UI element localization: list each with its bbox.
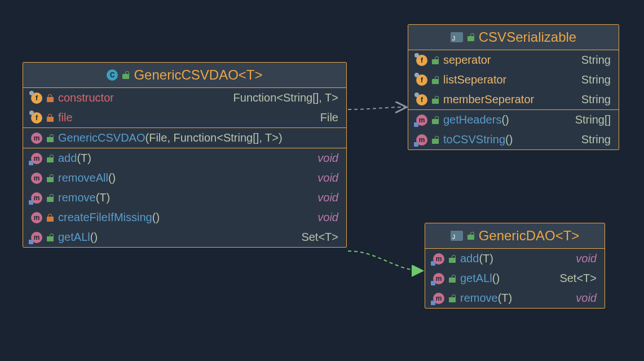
method-name: removeAll() (58, 171, 116, 184)
method-name: getALl() (460, 272, 500, 285)
methods-section: m add(T) void m removeAll() void m remov… (23, 148, 346, 247)
field-type: String (581, 54, 611, 67)
fields-section: f constructor Function<String[], T> f fi… (23, 88, 346, 128)
method-name: toCSVString() (443, 133, 513, 146)
method-name: getALl() (58, 231, 98, 244)
field-name: seperator (443, 54, 491, 67)
methods-section: m add(T) void m getALl() Set<T> m remove… (425, 249, 605, 308)
constructors-section: m GenericCSVDAO(File, Function<String[],… (23, 128, 346, 148)
method-icon: m (31, 153, 42, 164)
lock-icon (47, 174, 54, 182)
implements-arrow (348, 251, 423, 271)
lock-icon (432, 76, 439, 84)
lock-icon (467, 232, 474, 240)
interface-icon: J (451, 231, 463, 241)
lock-icon (467, 33, 474, 41)
field-row: f seperator String (408, 50, 619, 70)
method-icon: m (31, 133, 42, 144)
method-icon: m (416, 115, 427, 126)
method-name: getHeaders() (443, 113, 509, 126)
field-type: Function<String[], T> (233, 91, 338, 104)
method-return: Set<T> (559, 272, 597, 285)
method-icon: m (31, 212, 42, 223)
method-return: Set<T> (301, 231, 338, 244)
method-return: void (317, 152, 338, 165)
field-icon: f (416, 74, 427, 86)
class-header: C GenericCSVDAO<T> (23, 63, 346, 88)
lock-icon (432, 116, 439, 124)
method-icon: m (31, 192, 42, 204)
method-return: void (317, 211, 338, 224)
method-name: remove(T) (58, 191, 110, 204)
lock-icon (47, 194, 54, 202)
lock-icon (47, 94, 54, 102)
class-icon: C (107, 69, 118, 81)
field-row: f memberSeperator String (408, 90, 619, 109)
method-row: m getALl() Set<T> (425, 268, 605, 288)
lock-icon (432, 136, 439, 144)
field-row: f listSeperator String (408, 70, 619, 90)
method-return: String (581, 133, 611, 146)
field-name: file (58, 111, 73, 124)
lock-icon (47, 214, 54, 222)
method-return: void (317, 191, 338, 204)
method-name: remove(T) (460, 292, 512, 305)
class-title: GenericCSVDAO<T> (134, 67, 262, 83)
method-icon: m (433, 253, 444, 265)
lock-icon (449, 275, 456, 283)
field-type: String (581, 93, 611, 106)
constructor-row: m GenericCSVDAO(File, Function<String[],… (23, 128, 346, 148)
lock-icon (47, 134, 54, 142)
method-icon: m (416, 134, 427, 146)
field-icon: f (31, 93, 42, 104)
field-row: f file File (23, 108, 346, 127)
fields-section: f seperator String f listSeperator Strin… (408, 50, 619, 110)
class-header: J GenericDAO<T> (425, 223, 605, 249)
method-return: void (317, 171, 338, 184)
lock-icon (432, 56, 439, 64)
lock-icon (47, 114, 54, 122)
field-type: String (581, 73, 611, 86)
method-row: m removeAll() void (23, 168, 346, 188)
method-row: m getALl() Set<T> (23, 227, 346, 247)
method-row: m remove(T) void (425, 288, 605, 308)
field-icon: f (416, 94, 427, 105)
method-name: createFileIfMissing() (58, 211, 160, 224)
field-name: memberSeperator (443, 93, 534, 106)
method-icon: m (31, 173, 42, 184)
method-icon: m (433, 293, 444, 304)
class-header: J CSVSerializable (408, 25, 619, 50)
field-row: f constructor Function<String[], T> (23, 88, 346, 108)
lock-icon (122, 71, 129, 79)
methods-section: m getHeaders() String[] m toCSVString() … (408, 110, 619, 149)
method-return: void (576, 252, 597, 265)
lock-icon (47, 234, 54, 241)
method-row: m add(T) void (23, 148, 346, 168)
field-icon: f (416, 55, 427, 66)
method-row: m getHeaders() String[] (408, 110, 619, 130)
method-name: add(T) (460, 252, 493, 265)
class-generic-dao: J GenericDAO<T> m add(T) void m getALl()… (425, 223, 605, 309)
lock-icon (432, 96, 439, 104)
method-row: m createFileIfMissing() void (23, 208, 346, 227)
field-name: constructor (58, 91, 114, 104)
method-icon: m (31, 232, 42, 243)
method-return: void (576, 292, 597, 305)
field-type: File (320, 111, 338, 124)
uses-arrow (348, 107, 407, 109)
method-row: m remove(T) void (23, 188, 346, 208)
class-title: GenericDAO<T> (479, 228, 580, 244)
field-name: listSeperator (443, 73, 506, 86)
method-icon: m (433, 273, 444, 284)
interface-icon: J (451, 32, 463, 42)
class-generic-csv-dao: C GenericCSVDAO<T> f constructor Functio… (23, 62, 347, 248)
class-csv-serializable: J CSVSerializable f seperator String f l… (408, 24, 619, 150)
lock-icon (47, 155, 54, 162)
constructor-name: GenericCSVDAO(File, Function<String[], T… (58, 131, 283, 144)
class-title: CSVSerializable (479, 29, 576, 45)
method-name: add(T) (58, 152, 91, 165)
field-icon: f (31, 112, 42, 124)
method-return: String[] (575, 113, 611, 126)
lock-icon (449, 255, 456, 263)
method-row: m add(T) void (425, 249, 605, 268)
